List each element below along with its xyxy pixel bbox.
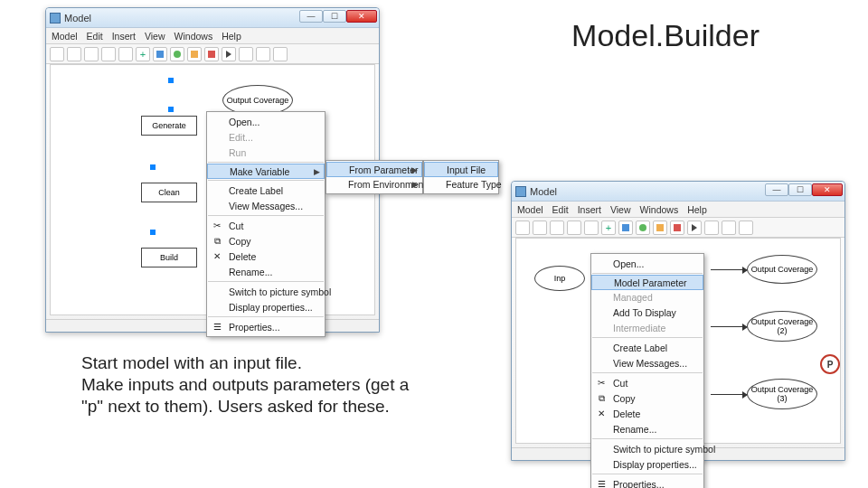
toolbar[interactable] — [46, 44, 379, 64]
menu-insert[interactable]: Insert — [578, 204, 601, 215]
tool-validate-icon[interactable] — [187, 47, 202, 61]
menu-item-properties[interactable]: ☰Properties... — [591, 476, 703, 488]
tool-stop-icon[interactable] — [204, 47, 219, 61]
context-menu[interactable]: Open... Edit... Run Make Variable▶ Creat… — [206, 111, 326, 337]
tool-select-icon[interactable] — [222, 47, 236, 61]
tool-pan-icon[interactable] — [704, 221, 719, 235]
tool-copy-icon[interactable] — [567, 221, 581, 235]
menu-item-edit[interactable]: Edit... — [207, 129, 325, 145]
tool-cut-icon[interactable] — [84, 47, 99, 61]
menu-view[interactable]: View — [610, 204, 631, 215]
menu-view[interactable]: View — [145, 31, 165, 42]
label: Create Label — [229, 185, 283, 196]
tool-cut-icon[interactable] — [550, 221, 564, 235]
menu-item-delete[interactable]: ✕Delete — [207, 249, 325, 264]
menu-item-view-messages[interactable]: View Messages... — [591, 355, 703, 371]
menu-item-properties[interactable]: ☰Properties... — [207, 319, 325, 334]
tool-connect-icon[interactable] — [153, 47, 167, 61]
submenu-item-from-parameter[interactable]: From Parameter▶ — [326, 162, 422, 177]
menu-item-open[interactable]: Open... — [591, 256, 703, 271]
menu-item-cut[interactable]: ✂Cut — [591, 375, 703, 390]
label: Display properties... — [613, 459, 697, 470]
menu-help[interactable]: Help — [222, 31, 241, 42]
tool-layout-icon[interactable] — [739, 221, 753, 235]
tool-stop-icon[interactable] — [670, 221, 684, 235]
menu-item-create-label[interactable]: Create Label — [207, 183, 325, 198]
menubar[interactable]: Model Edit Insert View Windows Help — [512, 202, 844, 218]
menu-item-open[interactable]: Open... — [207, 114, 325, 129]
tool-zoom-icon[interactable] — [256, 47, 270, 61]
node-build[interactable]: Build — [141, 248, 197, 267]
node-input[interactable]: Inp — [534, 266, 585, 291]
tool-add-icon[interactable] — [136, 47, 150, 61]
label: Add To Display — [613, 307, 676, 318]
titlebar[interactable]: Model — ☐ ✕ — [46, 8, 379, 28]
tool-connect-icon[interactable] — [618, 221, 633, 235]
menu-edit[interactable]: Edit — [552, 204, 569, 215]
menu-item-rename[interactable]: Rename... — [591, 421, 703, 436]
toolbar[interactable] — [512, 218, 844, 238]
titlebar[interactable]: Model — ☐ ✕ — [512, 182, 844, 202]
menu-item-display-props[interactable]: Display properties... — [207, 299, 325, 314]
submenu-item-from-environment[interactable]: From Environment▶ — [326, 176, 422, 192]
tool-select-icon[interactable] — [687, 221, 702, 235]
node-label: Output Coverage — [751, 265, 814, 274]
minimize-button[interactable]: — — [299, 10, 323, 23]
menu-item-display-props[interactable]: Display properties... — [591, 456, 703, 472]
close-button[interactable]: ✕ — [812, 183, 843, 196]
tool-run-icon[interactable] — [636, 221, 650, 235]
submenu-parameter-type[interactable]: Input File Feature Type — [423, 160, 499, 194]
node-clean[interactable]: Clean — [141, 183, 197, 202]
menu-help[interactable]: Help — [687, 204, 707, 215]
menu-item-create-label[interactable]: Create Label — [591, 340, 703, 355]
menu-insert[interactable]: Insert — [112, 31, 136, 42]
submenu-make-variable[interactable]: From Parameter▶ From Environment▶ — [326, 160, 423, 194]
tool-print-icon[interactable] — [67, 47, 81, 61]
tool-save-icon[interactable] — [50, 47, 64, 61]
menu-item-run[interactable]: Run — [207, 145, 325, 160]
menu-model[interactable]: Model — [52, 31, 78, 42]
menu-item-view-messages[interactable]: View Messages... — [207, 198, 325, 213]
minimize-button[interactable]: — — [765, 183, 788, 196]
submenu-item-feature-type[interactable]: Feature Type — [424, 176, 498, 192]
label: Input File — [447, 164, 486, 175]
tool-pan-icon[interactable] — [239, 47, 253, 61]
node-output-2[interactable]: Output Coverage (2) — [747, 311, 817, 342]
tool-paste-icon[interactable] — [118, 47, 133, 61]
tool-save-icon[interactable] — [515, 221, 530, 235]
maximize-button[interactable]: ☐ — [323, 10, 346, 23]
menu-item-rename[interactable]: Rename... — [207, 264, 325, 279]
context-menu[interactable]: Open... Model Parameter Managed Add To D… — [590, 253, 704, 488]
close-button[interactable]: ✕ — [346, 10, 377, 23]
menu-item-managed[interactable]: Managed — [591, 289, 703, 305]
menu-item-make-variable[interactable]: Make Variable▶ — [207, 164, 325, 179]
menu-item-model-parameter[interactable]: Model Parameter — [591, 275, 703, 290]
menu-item-copy[interactable]: ⧉Copy — [591, 390, 703, 406]
node-output-1[interactable]: Output Coverage — [747, 255, 817, 284]
menu-item-add-to-display[interactable]: Add To Display — [591, 305, 703, 320]
tool-layout-icon[interactable] — [273, 47, 288, 61]
node-label: Output Coverage — [227, 96, 289, 105]
menu-item-cut[interactable]: ✂Cut — [207, 218, 325, 233]
menu-item-intermediate[interactable]: Intermediate — [591, 320, 703, 335]
menu-windows[interactable]: Windows — [175, 31, 213, 42]
tool-paste-icon[interactable] — [584, 221, 599, 235]
menubar[interactable]: Model Edit Insert View Windows Help — [46, 28, 379, 44]
menu-item-switch-symbol[interactable]: Switch to picture symbol — [207, 284, 325, 299]
maximize-button[interactable]: ☐ — [788, 183, 812, 196]
node-output-3[interactable]: Output Coverage (3) — [747, 379, 817, 409]
tool-run-icon[interactable] — [170, 47, 184, 61]
menu-edit[interactable]: Edit — [87, 31, 103, 42]
menu-item-switch-symbol[interactable]: Switch to picture symbol — [591, 441, 703, 456]
menu-item-copy[interactable]: ⧉Copy — [207, 233, 325, 249]
menu-item-delete[interactable]: ✕Delete — [591, 406, 703, 421]
tool-zoom-icon[interactable] — [722, 221, 736, 235]
tool-add-icon[interactable] — [601, 221, 616, 235]
tool-copy-icon[interactable] — [101, 47, 116, 61]
menu-windows[interactable]: Windows — [640, 204, 679, 215]
submenu-item-input-file[interactable]: Input File — [424, 162, 498, 177]
menu-model[interactable]: Model — [517, 204, 543, 215]
node-generate[interactable]: Generate — [141, 116, 197, 136]
tool-validate-icon[interactable] — [653, 221, 667, 235]
tool-print-icon[interactable] — [533, 221, 547, 235]
